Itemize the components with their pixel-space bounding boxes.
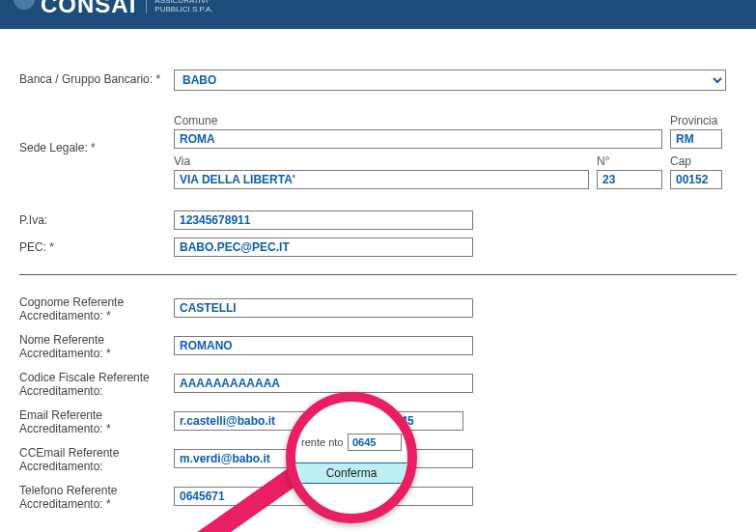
label-email-ref: Email Referente Accreditamento: * xyxy=(19,406,174,435)
via-input[interactable] xyxy=(174,170,589,189)
email-ref-input[interactable] xyxy=(174,411,309,431)
tel-ref-input[interactable] xyxy=(174,487,473,506)
label-no: N° xyxy=(597,154,662,170)
label-sede: Sede Legale: * xyxy=(19,114,174,154)
banca-select[interactable]: BABO xyxy=(174,70,726,91)
row-banca: Banca / Gruppo Bancario: * BABO xyxy=(19,70,737,91)
label-cap: Cap xyxy=(670,154,722,170)
brand-subtitle: ASSICURATIVI PUBBLICI S.P.A. xyxy=(146,0,212,14)
no-input[interactable] xyxy=(597,170,662,189)
label-nome-ref: Nome Referente Accreditamento: * xyxy=(19,330,174,360)
row-pec: PEC: * xyxy=(19,238,737,257)
label-ccemail-ref: CCEmail Referente Accreditamento: xyxy=(19,443,174,473)
brand-text: CONSAI xyxy=(41,0,136,18)
label-tel-ref: Telefono Referente Accreditamento: * xyxy=(19,481,174,511)
app-header: CONSAI ASSICURATIVI PUBBLICI S.P.A. xyxy=(0,0,756,29)
separator xyxy=(19,274,737,275)
row-cf-ref: Codice Fiscale Referente Accreditamento: xyxy=(19,368,737,398)
row-cognome-ref: Cognome Referente Accreditamento: * xyxy=(19,293,737,322)
row-piva: P.Iva: xyxy=(19,210,737,230)
tab-bar xyxy=(0,29,756,37)
row-nome-ref: Nome Referente Accreditamento: * xyxy=(19,330,737,360)
row-ccemail-ref: CCEmail Referente Accreditamento: xyxy=(19,443,737,473)
label-provincia: Provincia xyxy=(670,114,722,129)
provincia-input[interactable] xyxy=(670,129,722,149)
row-sede: Sede Legale: * Comune Provincia Via N° xyxy=(19,114,737,189)
cognome-ref-input[interactable] xyxy=(174,298,473,318)
email-ref-input-2[interactable] xyxy=(382,411,463,431)
label-cognome-ref: Cognome Referente Accreditamento: * xyxy=(19,293,174,322)
pec-input[interactable] xyxy=(174,238,473,257)
nome-ref-input[interactable] xyxy=(174,336,473,355)
label-cf-ref: Codice Fiscale Referente Accreditamento: xyxy=(19,368,174,398)
cap-input[interactable] xyxy=(670,170,722,189)
brand-logo: CONSAI ASSICURATIVI PUBBLICI S.P.A. xyxy=(14,0,213,18)
label-piva: P.Iva: xyxy=(19,210,174,227)
label-pec: PEC: * xyxy=(19,238,174,254)
wheel-icon xyxy=(14,0,35,10)
label-via: Via xyxy=(174,154,589,170)
piva-input[interactable] xyxy=(174,210,473,230)
cf-ref-input[interactable] xyxy=(174,374,473,393)
label-banca: Banca / Gruppo Bancario: * xyxy=(19,70,174,86)
ccemail-ref-input[interactable] xyxy=(174,449,473,468)
row-email-ref: Email Referente Accreditamento: * xyxy=(19,406,737,435)
row-tel-ref: Telefono Referente Accreditamento: * xyxy=(19,481,737,511)
form-area: Banca / Gruppo Bancario: * BABO Sede Leg… xyxy=(0,37,756,532)
comune-input[interactable] xyxy=(174,129,662,149)
label-comune: Comune xyxy=(174,114,662,129)
